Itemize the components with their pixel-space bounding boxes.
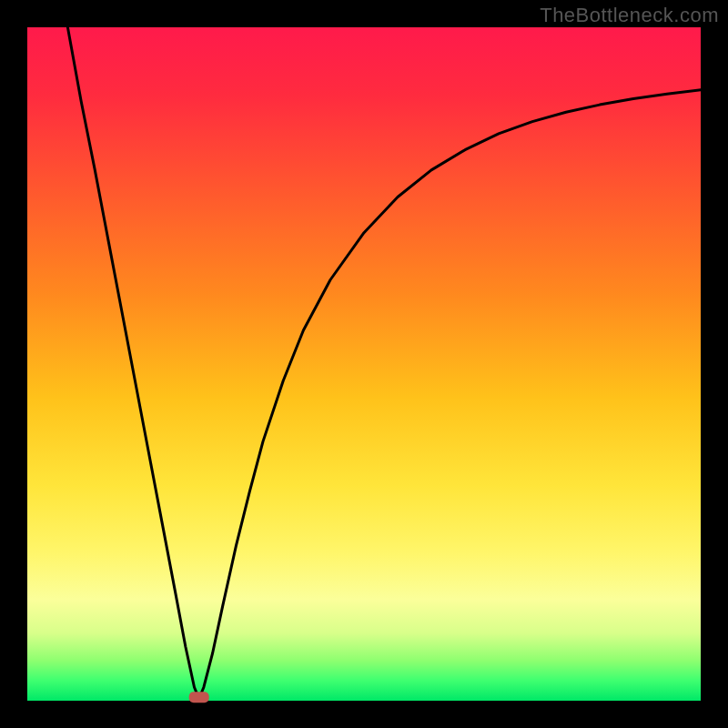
- chart-frame: TheBottleneck.com: [0, 0, 728, 728]
- minimum-marker: [189, 692, 209, 703]
- watermark-text: TheBottleneck.com: [540, 4, 719, 27]
- gradient-background: [27, 27, 701, 701]
- bottleneck-chart: [0, 0, 728, 728]
